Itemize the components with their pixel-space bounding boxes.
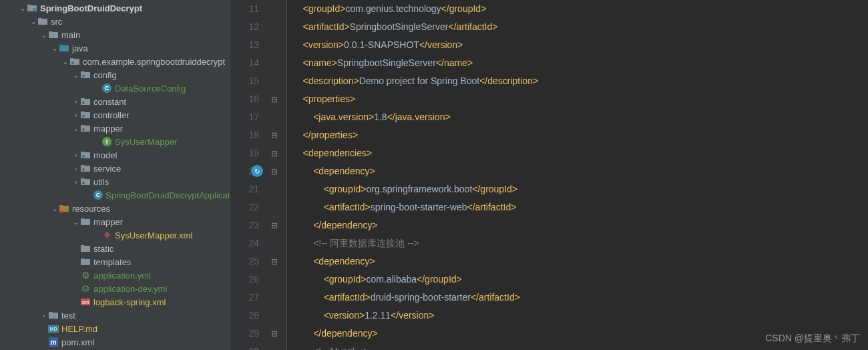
pkg-icon — [80, 176, 91, 187]
tree-item[interactable]: CSpringBootDruidDecryptApplication — [0, 188, 230, 202]
project-tree[interactable]: ⌄SpringBootDruidDecrypt⌄src⌄main⌄java⌄co… — [0, 0, 230, 350]
tree-item[interactable]: ⌄com.example.springbootdruiddecrypt — [0, 55, 230, 68]
fold-gutter[interactable]: ⊟⊟⊟⊟↻⊟⊟⊟ — [267, 0, 287, 350]
code-line[interactable]: <groupId>com.genius.technology</groupId> — [292, 0, 868, 18]
chevron-right-icon[interactable]: › — [40, 312, 48, 319]
code-area[interactable]: <groupId>com.genius.technology</groupId>… — [287, 0, 868, 350]
folder-icon — [48, 310, 59, 321]
code-editor[interactable]: 1112131415161718192021222324252627282930… — [230, 0, 868, 350]
chevron-down-icon[interactable]: ⌄ — [19, 5, 27, 12]
code-line[interactable]: <groupId>com.alibaba</groupId> — [292, 271, 868, 289]
fold-icon[interactable]: ⊟ — [271, 167, 278, 176]
tree-item[interactable]: ⌄mapper — [0, 122, 230, 135]
class-icon: C — [101, 83, 112, 94]
tree-item[interactable]: CDataSourceConfig — [0, 81, 230, 95]
code-line[interactable]: <dependency> — [292, 252, 868, 271]
class-icon: C — [93, 190, 103, 200]
line-number: 11 — [230, 0, 259, 18]
code-line[interactable]: <name>SpringbootSingleServer</name> — [292, 54, 868, 72]
tree-item[interactable]: xmllogback-spring.xml — [0, 295, 230, 309]
dependency-reload-icon[interactable]: ↻ — [251, 165, 263, 177]
chevron-down-icon[interactable]: ⌄ — [29, 18, 37, 25]
tree-item[interactable]: ⌄config — [0, 68, 230, 81]
tree-item[interactable]: ⌄resources — [0, 202, 230, 215]
line-number: 19 — [230, 144, 259, 162]
tree-label: logback-spring.xml — [93, 297, 166, 307]
code-line[interactable]: <dependency> — [292, 162, 868, 180]
tree-item[interactable]: ⌄java — [0, 41, 230, 55]
chevron-down-icon[interactable]: ⌄ — [72, 71, 80, 79]
tree-label: resources — [72, 204, 110, 214]
chevron-down-icon[interactable]: ⌄ — [72, 218, 80, 226]
chevron-right-icon[interactable]: › — [72, 165, 80, 172]
code-line[interactable]: <!-- 阿里数据库连接池 --> — [292, 234, 868, 252]
pkg-icon — [69, 56, 80, 67]
tree-item[interactable]: ⚙application.yml — [0, 269, 230, 282]
chevron-down-icon[interactable]: ⌄ — [61, 58, 69, 65]
line-number: 12 — [230, 18, 259, 36]
tree-item[interactable]: templates — [0, 255, 230, 269]
svg-point-7 — [82, 168, 85, 171]
code-line[interactable]: <dependencies> — [292, 144, 868, 162]
chevron-right-icon[interactable]: › — [72, 152, 80, 159]
fold-icon[interactable]: ⊟ — [271, 95, 278, 104]
chevron-down-icon[interactable]: ⌄ — [51, 205, 59, 212]
line-number: 25 — [230, 252, 259, 271]
tree-item[interactable]: ›controller — [0, 108, 230, 122]
code-line[interactable]: <java.version>1.8</java.version> — [292, 108, 868, 126]
chevron-down-icon[interactable]: ⌄ — [51, 45, 59, 52]
line-number: 15 — [230, 72, 259, 90]
tree-item[interactable]: ⌄src — [0, 15, 230, 28]
chevron-right-icon[interactable]: › — [72, 178, 80, 186]
tree-item[interactable]: ⌄SpringBootDruidDecrypt — [0, 1, 230, 15]
chevron-down-icon[interactable]: ⌄ — [40, 31, 48, 39]
tree-item[interactable]: mpom.xml — [0, 335, 230, 349]
line-number: 29 — [230, 325, 259, 343]
tree-label: java — [72, 43, 88, 53]
watermark: CSDN @提里奥丶弗丁 — [765, 333, 860, 345]
tree-item[interactable]: ›test — [0, 309, 230, 322]
tree-item[interactable]: ⌄main — [0, 28, 230, 41]
code-line[interactable]: <properties> — [292, 90, 868, 108]
tree-item[interactable]: ›utils — [0, 175, 230, 188]
tree-item[interactable]: ›service — [0, 162, 230, 175]
tree-item[interactable]: ISysUserMapper — [0, 135, 230, 148]
line-number: 27 — [230, 289, 259, 307]
tree-label: HELP.md — [61, 324, 97, 334]
fold-icon[interactable]: ⊟ — [271, 257, 278, 267]
code-line[interactable]: <artifactId>SpringbootSingleServer</arti… — [292, 18, 868, 36]
chevron-down-icon[interactable]: ⌄ — [72, 125, 80, 132]
svg-point-5 — [82, 128, 85, 131]
tree-item[interactable]: ❖SysUserMapper.xml — [0, 228, 230, 242]
yml-icon: ⚙ — [80, 283, 91, 294]
code-line[interactable]: </dependency> — [292, 216, 868, 234]
tree-label: controller — [93, 110, 129, 120]
tree-item[interactable]: ›constant — [0, 95, 230, 108]
fold-icon[interactable]: ⊟ — [271, 149, 278, 158]
srcfolder-icon — [59, 43, 69, 53]
tree-item[interactable]: static — [0, 242, 230, 255]
svg-point-6 — [82, 155, 85, 158]
line-number: 18 — [230, 126, 259, 144]
code-line[interactable]: <artifactId>druid-spring-boot-starter</a… — [292, 289, 868, 307]
chevron-right-icon[interactable]: › — [72, 112, 80, 119]
tree-item[interactable]: ›model — [0, 148, 230, 162]
tree-label: constant — [93, 97, 126, 107]
pkg-icon — [80, 69, 91, 80]
fold-icon[interactable]: ⊟ — [271, 131, 278, 140]
tree-item[interactable]: MDHELP.md — [0, 322, 230, 335]
code-line[interactable]: <version>0.0.1-SNAPSHOT</version> — [292, 36, 868, 54]
tree-label: main — [61, 30, 80, 40]
line-number: 17 — [230, 108, 259, 126]
tree-item[interactable]: ⌄mapper — [0, 215, 230, 228]
code-line[interactable]: <groupId>org.springframework.boot</group… — [292, 180, 868, 198]
tree-item[interactable]: ⚙application-dev.yml — [0, 282, 230, 295]
chevron-right-icon[interactable]: › — [72, 98, 80, 106]
fold-icon[interactable]: ⊟ — [271, 329, 278, 339]
code-line[interactable]: </properties> — [292, 126, 868, 144]
code-line[interactable]: <version>1.2.11</version> — [292, 307, 868, 325]
code-line[interactable]: <artifactId>spring-boot-starter-web</art… — [292, 198, 868, 216]
line-number: 16 — [230, 90, 259, 108]
code-line[interactable]: <description>Demo project for Spring Boo… — [292, 72, 868, 90]
fold-icon[interactable]: ⊟ — [271, 221, 278, 230]
